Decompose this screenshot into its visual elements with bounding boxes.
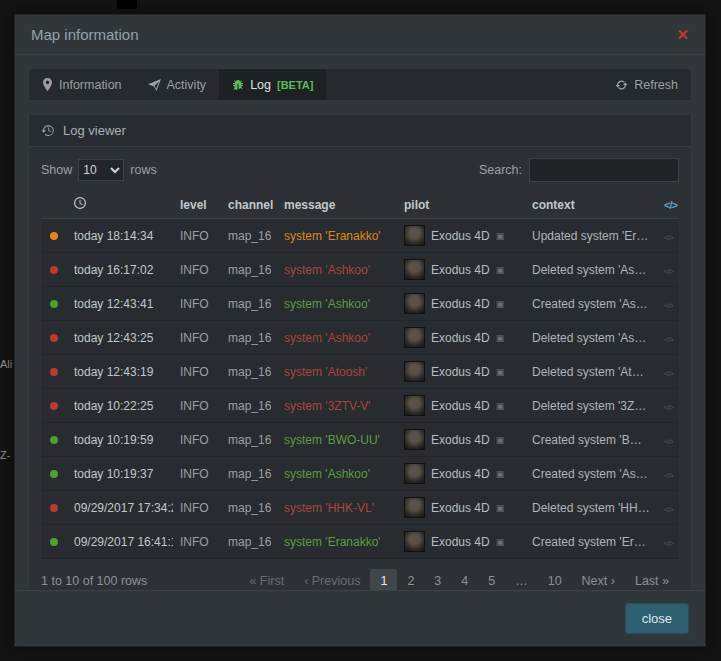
tab-activity[interactable]: Activity bbox=[135, 69, 220, 100]
background-text-fragment: Z- bbox=[0, 449, 10, 461]
dialog-footer: close bbox=[15, 590, 705, 646]
channel-column-header[interactable]: channel bbox=[221, 191, 277, 219]
close-button[interactable]: close bbox=[625, 603, 689, 634]
log-level: INFO bbox=[173, 253, 221, 287]
pilot-name: Exodus 4D bbox=[431, 365, 490, 379]
pilot-avatar bbox=[404, 429, 425, 450]
pagination-ellipsis: … bbox=[505, 569, 538, 590]
log-level: INFO bbox=[173, 491, 221, 525]
log-level: INFO bbox=[173, 389, 221, 423]
pilot-name: Exodus 4D bbox=[431, 433, 490, 447]
close-icon[interactable]: ✕ bbox=[676, 27, 689, 42]
log-table-body: today 18:14:34 INFO map_16 system 'Erana… bbox=[41, 219, 679, 559]
level-column-header[interactable]: level bbox=[173, 191, 221, 219]
pilot-avatar bbox=[404, 531, 425, 552]
log-table-row: today 12:43:41 INFO map_16 system 'Ashko… bbox=[41, 287, 679, 321]
pilot-avatar bbox=[404, 293, 425, 314]
pilot-info-icon: ▣ bbox=[496, 469, 505, 479]
log-context: Deleted system 'Ashkoo' … bbox=[525, 253, 657, 287]
log-channel: map_16 bbox=[221, 321, 277, 355]
code-column-header: </> bbox=[657, 191, 679, 219]
row-code-icon: </> bbox=[664, 267, 673, 276]
log-level: INFO bbox=[173, 423, 221, 457]
row-code-icon: </> bbox=[664, 437, 673, 446]
pagination-last[interactable]: Last » bbox=[625, 569, 679, 590]
pilot-avatar bbox=[404, 361, 425, 382]
row-code-icon: </> bbox=[664, 369, 673, 378]
pagination-info: 1 to 10 of 100 rows bbox=[41, 574, 147, 588]
row-code-icon: </> bbox=[664, 233, 673, 242]
pagination-page-2[interactable]: 2 bbox=[397, 569, 424, 590]
pilot-name: Exodus 4D bbox=[431, 501, 490, 515]
rows-label: rows bbox=[130, 163, 156, 177]
pilot-name: Exodus 4D bbox=[431, 467, 490, 481]
log-time: today 12:43:25 bbox=[67, 321, 173, 355]
pagination-previous[interactable]: ‹ Previous bbox=[294, 569, 370, 590]
refresh-icon bbox=[615, 79, 628, 91]
page-size-group: Show 10 rows bbox=[41, 159, 157, 181]
log-channel: map_16 bbox=[221, 219, 277, 253]
pilot-info-icon: ▣ bbox=[496, 265, 505, 275]
row-code-icon: </> bbox=[664, 471, 673, 480]
context-column-header[interactable]: context bbox=[525, 191, 657, 219]
log-channel: map_16 bbox=[221, 423, 277, 457]
paper-plane-icon bbox=[148, 79, 161, 91]
time-column-header[interactable] bbox=[67, 191, 173, 219]
pilot-name: Exodus 4D bbox=[431, 263, 490, 277]
pagination-page-5[interactable]: 5 bbox=[478, 569, 505, 590]
clock-icon bbox=[74, 197, 86, 209]
log-channel: map_16 bbox=[221, 491, 277, 525]
log-viewer-header: Log viewer bbox=[29, 115, 691, 147]
pagination-next[interactable]: Next › bbox=[572, 569, 625, 590]
log-time: today 12:43:19 bbox=[67, 355, 173, 389]
status-dot-icon bbox=[50, 504, 58, 512]
status-dot-icon bbox=[50, 232, 58, 240]
pagination-page-3[interactable]: 3 bbox=[424, 569, 451, 590]
log-level: INFO bbox=[173, 525, 221, 559]
search-input[interactable] bbox=[529, 158, 679, 182]
log-message: system 'BWO-UU' bbox=[277, 423, 397, 457]
log-time: 09/29/2017 16:41:17 bbox=[67, 525, 173, 559]
row-code-icon: </> bbox=[664, 505, 673, 514]
tab-log[interactable]: Log [BETA] bbox=[219, 69, 326, 100]
log-channel: map_16 bbox=[221, 253, 277, 287]
log-table-row: today 10:19:37 INFO map_16 system 'Ashko… bbox=[41, 457, 679, 491]
pilot-name: Exodus 4D bbox=[431, 535, 490, 549]
log-channel: map_16 bbox=[221, 457, 277, 491]
log-time: today 18:14:34 bbox=[67, 219, 173, 253]
pilot-info-icon: ▣ bbox=[496, 333, 505, 343]
log-time: today 12:43:41 bbox=[67, 287, 173, 321]
pagination-page-4[interactable]: 4 bbox=[451, 569, 478, 590]
pilot-column-header[interactable]: pilot bbox=[397, 191, 525, 219]
message-column-header[interactable]: message bbox=[277, 191, 397, 219]
status-dot-icon bbox=[50, 266, 58, 274]
pagination-page-10[interactable]: 10 bbox=[538, 569, 572, 590]
history-icon bbox=[41, 124, 55, 137]
pilot-info-icon: ▣ bbox=[496, 231, 505, 241]
log-message: system 'Atoosh' bbox=[277, 355, 397, 389]
log-table-row: today 12:43:19 INFO map_16 system 'Atoos… bbox=[41, 355, 679, 389]
log-context: Created system 'Eranakko… bbox=[525, 525, 657, 559]
log-time: 09/29/2017 17:34:25 bbox=[67, 491, 173, 525]
pagination-first[interactable]: « First bbox=[239, 569, 294, 590]
status-dot-icon bbox=[50, 538, 58, 546]
log-table-row: today 12:43:25 INFO map_16 system 'Ashko… bbox=[41, 321, 679, 355]
dialog-title: Map information bbox=[31, 26, 139, 43]
pagination-page-1[interactable]: 1 bbox=[370, 569, 397, 590]
pilot-avatar bbox=[404, 259, 425, 280]
tab-information[interactable]: Information bbox=[29, 69, 135, 100]
bug-icon bbox=[232, 79, 244, 91]
log-message: system 'Eranakko' bbox=[277, 219, 397, 253]
tab-label: Activity bbox=[167, 78, 207, 92]
page-size-select[interactable]: 10 bbox=[78, 159, 124, 181]
status-dot-icon bbox=[50, 368, 58, 376]
code-icon: </> bbox=[664, 199, 677, 211]
pilot-info-icon: ▣ bbox=[496, 537, 505, 547]
pilot-info-icon: ▣ bbox=[496, 367, 505, 377]
pilot-info-icon: ▣ bbox=[496, 299, 505, 309]
tab-label: Log bbox=[250, 78, 271, 92]
row-code-icon: </> bbox=[664, 301, 673, 310]
pilot-name: Exodus 4D bbox=[431, 399, 490, 413]
refresh-button[interactable]: Refresh bbox=[602, 69, 691, 100]
log-level: INFO bbox=[173, 457, 221, 491]
